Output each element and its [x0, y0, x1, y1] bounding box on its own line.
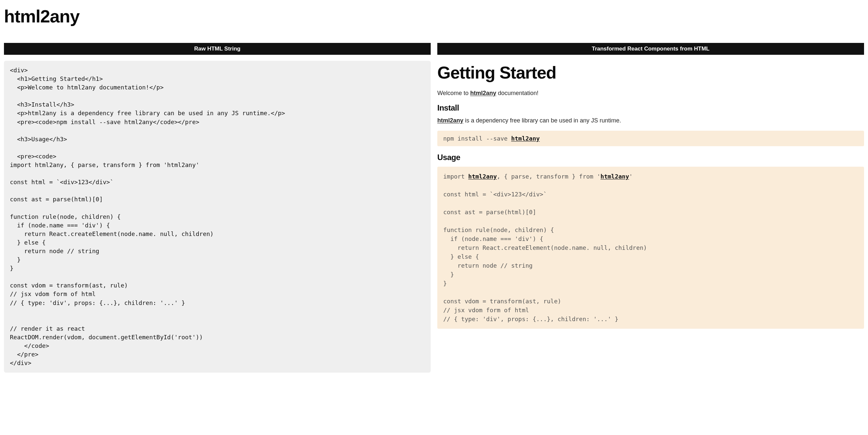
preview-pane: Getting Started Welcome to html2any docu…	[437, 55, 864, 329]
raw-html-code-block: <div> <h1>Getting Started</h1> <p>Welcom…	[4, 61, 431, 373]
columns-container: Raw HTML String <div> <h1>Getting Starte…	[0, 30, 868, 373]
usage-code-block: import html2any, { parse, transform } fr…	[437, 167, 864, 329]
right-column-header: Transformed React Components from HTML	[437, 43, 864, 55]
usage-code-rest: const html = `<div>123</div>` const ast …	[443, 191, 647, 322]
install-code-pre: npm install --save	[443, 135, 511, 142]
usage-line1-post: '	[629, 173, 633, 180]
preview-heading: Getting Started	[437, 63, 864, 83]
install-description: html2any is a dependency free library ca…	[437, 117, 864, 124]
welcome-keyword: html2any	[470, 90, 496, 96]
usage-line1-kw2: html2any	[600, 173, 629, 180]
install-code-block: npm install --save html2any	[437, 131, 864, 146]
install-keyword: html2any	[437, 117, 463, 124]
usage-line1-pre: import	[443, 173, 468, 180]
preview-welcome-text: Welcome to html2any documentation!	[437, 90, 864, 97]
left-column: Raw HTML String <div> <h1>Getting Starte…	[4, 43, 431, 373]
install-code-keyword: html2any	[511, 135, 540, 142]
left-column-header: Raw HTML String	[4, 43, 431, 55]
welcome-post: documentation!	[496, 90, 538, 96]
usage-line1-kw1: html2any	[468, 173, 497, 180]
install-text: is a dependency free library can be used…	[463, 117, 621, 124]
usage-line1-mid: , { parse, transform } from '	[497, 173, 600, 180]
install-heading: Install	[437, 103, 864, 113]
right-column: Transformed React Components from HTML G…	[437, 43, 864, 373]
welcome-pre: Welcome to	[437, 90, 470, 96]
usage-heading: Usage	[437, 153, 864, 162]
page-title: html2any	[0, 0, 868, 30]
